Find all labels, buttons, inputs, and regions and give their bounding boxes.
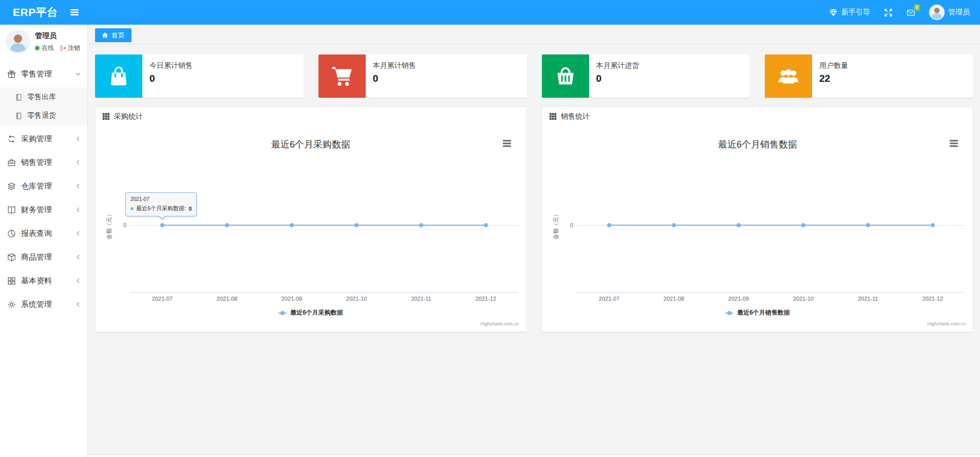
chart-credits[interactable]: Highcharts.com.cn	[927, 321, 966, 326]
x-axis-label: 2021-09	[281, 296, 302, 302]
sidebar-item-label: 基本资料	[21, 276, 52, 286]
sidebar-item-label: 系统管理	[21, 300, 52, 309]
chart-legend[interactable]: 最近6个月销售数据	[542, 308, 973, 317]
fullscreen-button[interactable]	[884, 8, 893, 17]
tooltip-arrow-fill	[159, 216, 165, 219]
users-icon	[777, 64, 800, 88]
data-point-marker[interactable]	[607, 223, 611, 227]
tooltip-series-dot	[130, 207, 134, 210]
stat-card-label: 本月累计进货	[596, 61, 639, 70]
stat-card-body: 本月累计销售0	[366, 54, 423, 98]
panel-title: 采购统计	[114, 112, 143, 121]
chevron-down-icon	[74, 70, 82, 78]
tab-home-label: 首页	[111, 31, 125, 40]
grid-icon	[7, 277, 16, 285]
x-axis-line	[577, 292, 965, 293]
sidebar: 管理员 在线 注销 零售管理零售出库零售退货采购管理销售管理仓库管理财务管理报表…	[0, 25, 88, 457]
guide-label: 新手引导	[841, 8, 870, 17]
sidebar-subitem-label: 零售退货	[27, 111, 56, 120]
y-axis-tick: 0	[554, 222, 573, 228]
stat-card-body: 本月累计进货0	[589, 54, 647, 98]
sidebar-item-1[interactable]: 采购管理	[0, 129, 87, 149]
chevron-left-icon	[74, 277, 82, 284]
panel-header: 销售统计	[542, 107, 973, 126]
sidebar-item-label: 销售管理	[21, 158, 52, 168]
tab-strip: 首页	[88, 25, 980, 44]
chart-context-menu-button[interactable]	[949, 140, 958, 147]
chart-tooltip: 2021-07最近6个月采购数据: 0	[125, 192, 197, 216]
data-point-marker[interactable]	[801, 223, 805, 227]
data-point-marker[interactable]	[354, 223, 359, 227]
data-point-marker[interactable]	[866, 223, 870, 227]
basket-icon	[554, 64, 577, 88]
sidebar-item-5[interactable]: 报表查询	[0, 223, 87, 244]
series-line	[609, 225, 933, 226]
navbar-right: 新手引导 0 管理员	[829, 5, 980, 20]
chevron-left-icon	[74, 301, 82, 308]
th-icon	[549, 113, 557, 120]
stat-cards-row: 今日累计销售0本月累计销售0本月累计进货0用户数量22	[95, 54, 973, 98]
stat-card-value: 0	[596, 73, 639, 84]
sidebar-item-6[interactable]: 商品管理	[0, 247, 87, 267]
data-point-marker[interactable]	[419, 223, 423, 227]
data-point-marker[interactable]	[225, 223, 229, 227]
box-icon	[7, 253, 16, 262]
data-point-marker[interactable]	[672, 223, 676, 227]
chart-title: 最近6个月采购数据	[96, 138, 526, 151]
messages-button[interactable]: 0	[907, 8, 915, 17]
sidebar-item-3[interactable]: 仓库管理	[0, 176, 87, 196]
chevron-left-icon	[74, 182, 82, 190]
sidebar-subitem-0-0[interactable]: 零售出库	[0, 88, 87, 106]
chevron-left-icon	[74, 206, 82, 213]
stat-card-label: 用户数量	[819, 61, 848, 70]
guide-button[interactable]: 新手引导	[829, 8, 870, 17]
app-brand: ERP平台	[0, 5, 69, 20]
chart-context-menu-button[interactable]	[502, 140, 512, 147]
gear-icon	[7, 300, 16, 309]
tooltip-series-label: 最近6个月采购数据:	[136, 205, 186, 212]
legend-marker	[278, 313, 287, 314]
x-axis-label: 2021-08	[217, 296, 237, 302]
stat-card-2: 本月累计进货0	[542, 54, 750, 98]
online-dot	[35, 46, 40, 50]
sidebar-item-8[interactable]: 系统管理	[0, 294, 87, 315]
cart-icon	[330, 64, 354, 88]
x-axis-label: 2021-08	[664, 296, 684, 302]
data-point-marker[interactable]	[290, 223, 294, 227]
sidebar-subitem-label: 零售出库	[27, 93, 56, 102]
data-point-marker[interactable]	[484, 223, 488, 227]
legend-marker	[725, 313, 733, 314]
sidebar-item-label: 零售管理	[21, 69, 52, 79]
series-line	[162, 225, 486, 226]
logout-button[interactable]: 注销	[60, 44, 80, 52]
sidebar-item-7[interactable]: 基本资料	[0, 270, 87, 291]
sidebar-item-label: 商品管理	[21, 252, 52, 262]
sidebar-item-4[interactable]: 财务管理	[0, 199, 87, 220]
tab-home[interactable]: 首页	[95, 28, 131, 42]
legend-label: 最近6个月销售数据	[737, 308, 790, 317]
panel-title: 销售统计	[561, 112, 590, 121]
sidebar-subitem-0-1[interactable]: 零售退货	[0, 106, 87, 125]
message-badge: 0	[913, 4, 920, 11]
page-footer	[88, 454, 980, 457]
x-axis-label: 2021-10	[793, 296, 814, 302]
tooltip-category: 2021-07	[130, 196, 192, 202]
chart-legend[interactable]: 最近6个月采购数据	[96, 308, 526, 317]
sidebar-toggle-icon[interactable]	[69, 7, 80, 17]
stat-card-icon-box	[318, 54, 366, 98]
data-point-marker[interactable]	[931, 223, 935, 227]
tooltip-row: 最近6个月采购数据: 0	[130, 205, 192, 212]
user-menu[interactable]: 管理员	[929, 5, 970, 20]
data-point-marker[interactable]	[737, 223, 741, 227]
chart-credits[interactable]: Highcharts.com.cn	[480, 321, 519, 326]
journal-icon	[15, 112, 23, 120]
briefcase-icon	[7, 158, 16, 167]
sidebar-user-name: 管理员	[35, 31, 80, 41]
data-point-marker[interactable]	[160, 223, 164, 227]
chevron-left-icon	[74, 159, 82, 166]
sidebar-item-2[interactable]: 销售管理	[0, 152, 87, 173]
stat-card-body: 用户数量22	[812, 54, 855, 98]
sidebar-item-0[interactable]: 零售管理	[0, 64, 87, 84]
sidebar-item-label: 仓库管理	[21, 181, 52, 191]
page-content: 今日累计销售0本月累计销售0本月累计进货0用户数量22 采购统计最近6个月采购数…	[88, 44, 980, 332]
